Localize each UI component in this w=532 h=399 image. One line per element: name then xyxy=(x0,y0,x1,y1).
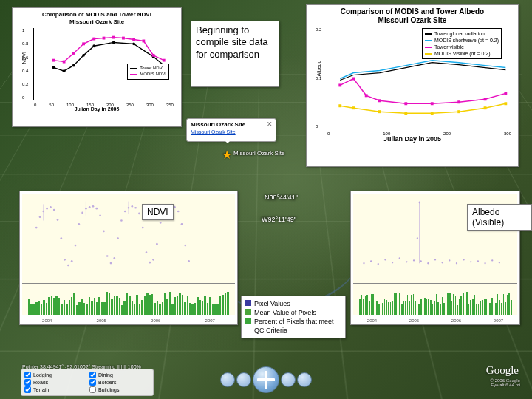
svg-point-42 xyxy=(50,206,52,208)
svg-point-65 xyxy=(131,205,133,208)
svg-point-96 xyxy=(420,260,422,262)
svg-point-86 xyxy=(363,262,364,264)
placemark-label: Missouri Ozark Site xyxy=(233,150,284,157)
svg-rect-26 xyxy=(431,102,434,105)
svg-point-92 xyxy=(406,261,407,262)
placemark-star-icon[interactable]: ★ xyxy=(222,148,232,162)
x-axis-label: Julian Day in 2005 xyxy=(16,106,178,112)
svg-rect-36 xyxy=(484,106,487,109)
svg-rect-29 xyxy=(504,92,507,95)
svg-point-51 xyxy=(81,212,83,214)
albedo-overlay-label: Albedo (Visible) xyxy=(467,204,532,231)
svg-point-71 xyxy=(152,259,154,261)
close-icon[interactable]: ✕ xyxy=(266,120,273,128)
chart-title: Comparison of MODIS and Tower AlbedoMiss… xyxy=(309,7,516,25)
svg-point-67 xyxy=(138,213,140,215)
svg-point-41 xyxy=(46,208,48,210)
svg-point-99 xyxy=(441,262,443,263)
svg-point-62 xyxy=(120,219,123,222)
chart-title: Comparison of MODIS and Tower NDVIMissou… xyxy=(16,11,178,25)
svg-point-88 xyxy=(378,263,379,265)
svg-point-68 xyxy=(142,227,144,229)
chart-ndvi-timeseries: 2004200520062007 xyxy=(19,191,238,325)
ndvi-overlay-label: NDVI xyxy=(142,204,174,220)
y-ticks: 0.20.10 xyxy=(316,27,321,129)
svg-point-60 xyxy=(113,257,115,259)
svg-point-90 xyxy=(392,262,393,263)
placemark-popup: ✕ Missouri Ozark Site Missouri Ozark Sit… xyxy=(186,118,276,142)
svg-point-58 xyxy=(106,255,109,257)
x-ticks: 2004200520062007 xyxy=(351,318,519,323)
svg-point-101 xyxy=(456,262,457,264)
checkbox[interactable] xyxy=(24,372,31,378)
checkbox[interactable] xyxy=(89,386,96,393)
svg-point-49 xyxy=(75,245,77,247)
layer-roads[interactable]: Roads xyxy=(24,379,85,386)
svg-rect-22 xyxy=(352,78,355,81)
svg-point-103 xyxy=(470,261,471,262)
legend-swatch xyxy=(245,318,251,324)
x-axis-label: Julian Day in 2005 xyxy=(309,135,516,143)
chart-albedo-comparison: Comparison of MODIS and Tower AlbedoMiss… xyxy=(306,4,519,167)
svg-point-3 xyxy=(82,54,85,57)
popup-link[interactable]: Missouri Ozark Site xyxy=(191,129,236,134)
layer-buildings[interactable]: Buildings xyxy=(89,386,150,393)
svg-rect-24 xyxy=(378,99,381,102)
layer-terrain[interactable]: Terrain xyxy=(24,386,85,393)
svg-point-104 xyxy=(477,260,479,262)
legend-swatch xyxy=(245,300,251,306)
layer-dining[interactable]: Dining xyxy=(89,372,150,378)
svg-point-97 xyxy=(427,262,429,264)
nav-tilt-down-button[interactable] xyxy=(220,372,235,387)
nav-rotate-left-button[interactable] xyxy=(236,372,251,387)
checkbox[interactable] xyxy=(89,379,96,386)
qc-strip xyxy=(353,284,517,315)
ge-toolbar: Pointer 38.44941° -92.01002° Streaming |… xyxy=(0,353,532,399)
svg-rect-33 xyxy=(404,112,407,115)
qc-strip xyxy=(22,284,235,315)
svg-point-105 xyxy=(484,262,485,264)
google-logo: Google xyxy=(486,364,519,377)
legend-pixel-values: Pixel Values Mean Value of Pixels Percen… xyxy=(241,296,346,338)
svg-rect-11 xyxy=(72,52,75,55)
svg-point-1 xyxy=(63,69,66,72)
svg-point-72 xyxy=(156,243,158,245)
svg-point-5 xyxy=(112,41,115,44)
svg-point-59 xyxy=(110,262,112,265)
svg-point-44 xyxy=(57,219,59,221)
checkbox[interactable] xyxy=(24,379,31,386)
svg-point-94 xyxy=(417,237,418,239)
svg-rect-16 xyxy=(122,37,125,40)
x-ticks: 2004200520062007 xyxy=(20,318,237,323)
layer-borders[interactable]: Borders xyxy=(89,379,150,386)
svg-point-4 xyxy=(92,44,95,47)
svg-point-73 xyxy=(160,222,162,224)
y-ticks: 10.80.60.40.20 xyxy=(22,28,28,100)
nav-tilt-up-button[interactable] xyxy=(297,372,312,387)
svg-point-56 xyxy=(99,214,101,216)
svg-point-66 xyxy=(134,207,137,209)
plot-area: Albedo 0.20.10 0100200300 xyxy=(327,27,511,129)
svg-rect-12 xyxy=(82,43,85,46)
x-ticks: 0100200300 xyxy=(327,132,511,136)
svg-point-79 xyxy=(181,223,183,225)
svg-point-102 xyxy=(463,259,464,260)
svg-rect-34 xyxy=(431,112,434,115)
nav-controls xyxy=(220,366,312,393)
svg-point-77 xyxy=(174,206,176,208)
svg-point-89 xyxy=(384,259,386,260)
svg-point-55 xyxy=(95,208,98,210)
note-box: Beginning to compile site data for compa… xyxy=(191,21,279,87)
svg-point-6 xyxy=(132,43,135,46)
layer-lodging[interactable]: Lodging xyxy=(24,372,85,378)
svg-point-47 xyxy=(67,265,69,267)
svg-rect-14 xyxy=(103,37,106,40)
checkbox[interactable] xyxy=(24,386,31,393)
svg-rect-18 xyxy=(142,40,145,43)
svg-rect-21 xyxy=(338,83,341,86)
nav-pan-dpad[interactable] xyxy=(253,366,279,393)
svg-point-107 xyxy=(499,262,500,263)
nav-rotate-right-button[interactable] xyxy=(281,372,296,387)
svg-point-45 xyxy=(60,237,62,239)
checkbox[interactable] xyxy=(89,372,96,378)
